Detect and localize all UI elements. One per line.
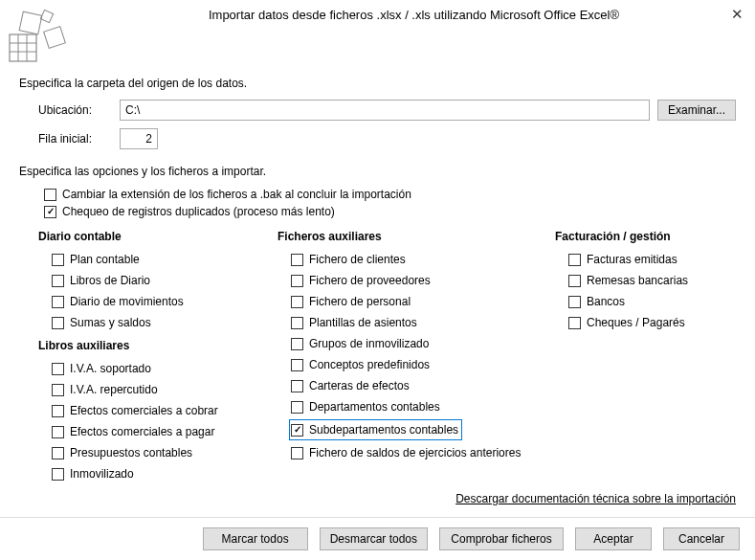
- lbl-efectos-cobrar: Efectos comerciales a cobrar: [70, 402, 218, 419]
- chk-iva-rep[interactable]: [52, 384, 64, 396]
- bak-extension-checkbox[interactable]: [44, 189, 56, 201]
- lbl-conceptos: Conceptos predefinidos: [309, 356, 430, 373]
- browse-button[interactable]: Examinar...: [657, 100, 736, 121]
- unmark-all-button[interactable]: Desmarcar todos: [320, 527, 428, 550]
- close-button[interactable]: ✕: [731, 6, 744, 23]
- lbl-fichero-clientes: Fichero de clientes: [309, 251, 406, 268]
- lbl-bancos: Bancos: [587, 293, 625, 310]
- group-diario-title: Diario contable: [38, 224, 268, 249]
- doc-link[interactable]: Descargar documentación técnica sobre la…: [455, 492, 736, 505]
- chk-departamentos[interactable]: [291, 401, 303, 414]
- chk-bancos[interactable]: [568, 296, 581, 308]
- location-input[interactable]: [120, 100, 650, 121]
- chk-grupos-inmov[interactable]: [291, 338, 303, 350]
- group-ficheros-title: Ficheros auxiliares: [278, 224, 545, 249]
- dup-check-checkbox[interactable]: [44, 206, 56, 218]
- dialog-title: Importar datos desde ficheros .xlsx / .x…: [84, 8, 744, 22]
- svg-rect-0: [10, 34, 36, 61]
- svg-rect-5: [19, 11, 42, 34]
- lbl-iva-sop: I.V.A. soportado: [70, 360, 151, 377]
- start-row-input[interactable]: [120, 128, 158, 149]
- chk-iva-sop[interactable]: [52, 363, 64, 375]
- lbl-saldos-anteriores: Fichero de saldos de ejercicios anterior…: [309, 444, 521, 461]
- chk-facturas[interactable]: [568, 254, 581, 266]
- dup-check-label: Chequeo de registros duplicados (proceso…: [62, 205, 335, 218]
- chk-saldos-anteriores[interactable]: [291, 447, 303, 459]
- group-libros-title: Libros auxiliares: [38, 333, 268, 358]
- lbl-plan-contable: Plan contable: [70, 251, 140, 268]
- mark-all-button[interactable]: Marcar todos: [203, 527, 308, 550]
- svg-rect-6: [44, 27, 66, 49]
- cancel-button[interactable]: Cancelar: [663, 527, 740, 550]
- lbl-subdepartamentos: Subdepartamentos contables: [309, 421, 458, 438]
- lbl-remesas: Remesas bancarias: [587, 272, 688, 289]
- lbl-facturas: Facturas emitidas: [587, 251, 677, 268]
- group-fact-title: Facturación / gestión: [555, 224, 746, 249]
- chk-conceptos[interactable]: [291, 359, 303, 371]
- chk-subdepartamentos[interactable]: [291, 424, 303, 437]
- chk-remesas[interactable]: [568, 275, 581, 287]
- button-bar: Marcar todos Desmarcar todos Comprobar f…: [0, 517, 755, 560]
- start-row-label: Fila inicial:: [38, 132, 120, 146]
- chk-diario-mov[interactable]: [52, 296, 64, 308]
- chk-sumas-saldos[interactable]: [52, 317, 64, 329]
- chk-fichero-clientes[interactable]: [291, 254, 303, 266]
- chk-fichero-prov[interactable]: [291, 275, 303, 287]
- source-folder-label: Especifica la carpeta del origen de los …: [0, 73, 755, 98]
- lbl-diario-mov: Diario de movimientos: [70, 293, 184, 310]
- lbl-fichero-personal: Fichero de personal: [309, 293, 411, 310]
- lbl-iva-rep: I.V.A. repercutido: [70, 381, 158, 398]
- lbl-grupos-inmov: Grupos de inmovilizado: [309, 335, 429, 352]
- lbl-departamentos: Departamentos contables: [309, 398, 440, 415]
- lbl-presupuestos: Presupuestos contables: [70, 444, 192, 461]
- import-options-label: Especifica las opciones y los ficheros a…: [0, 161, 755, 186]
- svg-rect-7: [40, 10, 53, 22]
- chk-efectos-pagar[interactable]: [52, 426, 64, 438]
- lbl-carteras: Carteras de efectos: [309, 377, 410, 394]
- chk-libros-diario[interactable]: [52, 275, 64, 287]
- chk-cheques[interactable]: [568, 317, 581, 329]
- chk-efectos-cobrar[interactable]: [52, 405, 64, 417]
- lbl-efectos-pagar: Efectos comerciales a pagar: [70, 423, 214, 440]
- check-files-button[interactable]: Comprobar ficheros: [439, 527, 564, 550]
- chk-plan-contable[interactable]: [52, 254, 64, 266]
- chk-inmovilizado[interactable]: [52, 468, 64, 481]
- chk-carteras[interactable]: [291, 380, 303, 392]
- chk-presupuestos[interactable]: [52, 447, 64, 459]
- app-logo-icon: [8, 8, 69, 69]
- chk-plantillas[interactable]: [291, 317, 303, 329]
- lbl-libros-diario: Libros de Diario: [70, 272, 150, 289]
- lbl-plantillas: Plantillas de asientos: [309, 314, 417, 331]
- bak-extension-label: Cambiar la extensión de los ficheros a .…: [62, 188, 411, 201]
- chk-fichero-personal[interactable]: [291, 296, 303, 308]
- accept-button[interactable]: Aceptar: [575, 527, 652, 550]
- lbl-inmovilizado: Inmovilizado: [70, 465, 134, 482]
- lbl-sumas-saldos: Sumas y saldos: [70, 314, 151, 331]
- location-label: Ubicación:: [38, 103, 120, 117]
- lbl-cheques: Cheques / Pagarés: [587, 314, 685, 331]
- lbl-fichero-prov: Fichero de proveedores: [309, 272, 431, 289]
